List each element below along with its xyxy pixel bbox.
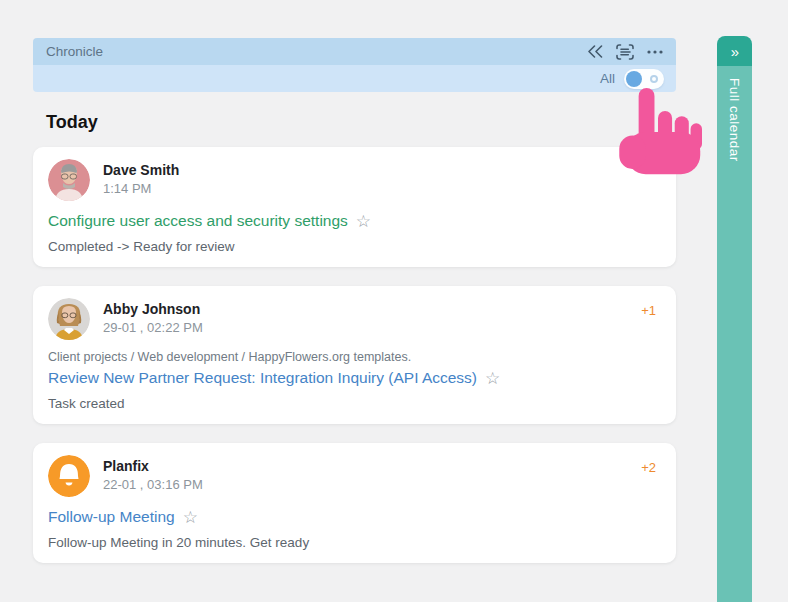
- status-change-text: Task created: [48, 396, 656, 411]
- avatar-dave-smith: [48, 159, 90, 201]
- feed-card-dave-smith[interactable]: Dave Smith 1:14 PM Configure user access…: [33, 147, 676, 267]
- avatar-planfix-bell: [48, 455, 90, 497]
- status-change-text: Follow-up Meeting in 20 minutes. Get rea…: [48, 535, 656, 550]
- avatar-abby-johnson: [48, 298, 90, 340]
- task-breadcrumb: Client projects / Web development / Happ…: [48, 350, 656, 364]
- author-name: Dave Smith: [103, 162, 179, 178]
- timestamp: 22-01 , 03:16 PM: [103, 477, 203, 492]
- star-icon[interactable]: ☆: [356, 213, 371, 230]
- chronicle-filter-bar: All: [33, 65, 676, 92]
- feed-card-abby-johnson[interactable]: Abby Johnson 29-01 , 02:22 PM +1 Client …: [33, 286, 676, 424]
- all-toggle-switch[interactable]: [624, 69, 664, 89]
- task-link[interactable]: Configure user access and security setti…: [48, 212, 348, 230]
- expand-calendar-button[interactable]: »: [717, 36, 752, 66]
- panel-title: Chronicle: [46, 44, 103, 59]
- filter-all-label: All: [600, 71, 615, 86]
- status-change-text: Completed -> Ready for review: [48, 239, 656, 254]
- timestamp: 1:14 PM: [103, 181, 179, 196]
- chronicle-feed: Today Dave Smith 1:14 PM Configur: [33, 108, 676, 582]
- full-calendar-sidebar: » Full calendar: [717, 36, 752, 602]
- task-link[interactable]: Follow-up Meeting: [48, 508, 175, 526]
- collapse-panel-icon[interactable]: [588, 45, 603, 58]
- full-calendar-tab[interactable]: Full calendar: [717, 66, 752, 602]
- more-events-badge[interactable]: +2: [641, 455, 656, 475]
- recognize-scan-icon[interactable]: [616, 44, 634, 60]
- task-link[interactable]: Review New Partner Request: Integration …: [48, 369, 477, 387]
- star-icon[interactable]: ☆: [485, 370, 500, 387]
- section-title-today: Today: [46, 112, 676, 133]
- full-calendar-label: Full calendar: [727, 78, 742, 602]
- double-chevron-right-icon: »: [731, 43, 738, 60]
- star-icon[interactable]: ☆: [183, 509, 198, 526]
- more-options-icon[interactable]: [647, 50, 663, 54]
- toggle-off-ring: [650, 75, 658, 83]
- chronicle-title-bar: Chronicle: [33, 38, 676, 65]
- more-events-badge[interactable]: +1: [641, 298, 656, 318]
- timestamp: 29-01 , 02:22 PM: [103, 320, 203, 335]
- author-name: Planfix: [103, 458, 203, 474]
- author-name: Abby Johnson: [103, 301, 203, 317]
- toggle-knob: [626, 71, 642, 87]
- feed-card-planfix[interactable]: Planfix 22-01 , 03:16 PM +2 Follow-up Me…: [33, 443, 676, 563]
- chronicle-panel-header: Chronicle All: [33, 38, 676, 92]
